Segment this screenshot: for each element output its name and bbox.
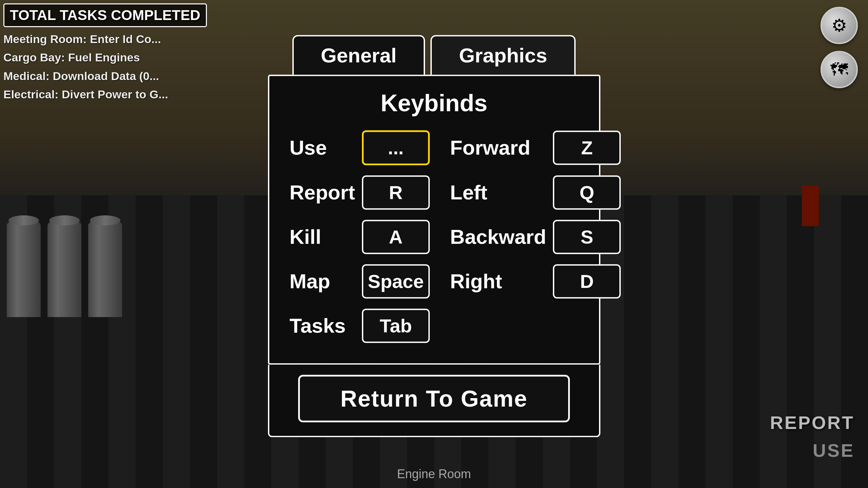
keybind-kill-row: Kill A <box>290 220 430 254</box>
keybind-report-row: Report R <box>290 175 430 210</box>
return-to-game-button[interactable]: Return To Game <box>298 375 570 422</box>
keybind-backward-button[interactable]: S <box>553 220 621 254</box>
keybind-map-row: Map Space <box>290 264 430 298</box>
keybind-use-label: Use <box>290 136 344 159</box>
modal-footer: Return To Game <box>268 365 600 437</box>
keybind-left-row: Left Q <box>450 175 621 210</box>
keybinds-title: Keybinds <box>290 90 579 117</box>
keybind-right-label: Right <box>450 270 504 293</box>
task-item-2: Cargo Bay: Fuel Engines <box>3 48 207 66</box>
use-button[interactable]: USE <box>813 440 854 461</box>
keybind-right-row: Right D <box>450 264 621 298</box>
keybind-tasks-button[interactable]: Tab <box>362 309 430 343</box>
keybind-left-button[interactable]: Q <box>553 175 621 210</box>
keybind-map-label: Map <box>290 270 344 293</box>
keybind-use-row: Use ... <box>290 130 430 165</box>
task-item-3: Medical: Download Data (0... <box>3 67 207 85</box>
keybind-map-button[interactable]: Space <box>362 264 430 298</box>
keybind-report-label: Report <box>290 181 355 204</box>
map-button[interactable]: 🗺 <box>821 51 858 88</box>
report-button[interactable]: REPORT <box>770 412 854 433</box>
keybind-forward-row: Forward Z <box>450 130 621 165</box>
gear-icon: ⚙ <box>831 15 847 36</box>
task-panel-header: TOTAL TASKS COMPLETED <box>3 3 207 27</box>
task-panel: TOTAL TASKS COMPLETED Meeting Room: Ente… <box>3 3 207 104</box>
bottom-right-ui: REPORT USE <box>770 412 854 461</box>
map-icon: 🗺 <box>830 59 848 80</box>
task-item-1: Meeting Room: Enter Id Co... <box>3 30 207 48</box>
task-list: Meeting Room: Enter Id Co... Cargo Bay: … <box>3 30 207 104</box>
keybind-forward-label: Forward <box>450 136 531 159</box>
tab-graphics[interactable]: Graphics <box>430 35 576 75</box>
keybind-kill-button[interactable]: A <box>362 220 430 254</box>
keybind-report-button[interactable]: R <box>362 175 430 210</box>
settings-button[interactable]: ⚙ <box>821 7 858 44</box>
modal-tabs: General Graphics <box>268 35 600 75</box>
keybind-tasks-row: Tasks Tab <box>290 309 430 343</box>
keybind-kill-label: Kill <box>290 225 344 249</box>
task-item-4: Electrical: Divert Power to G... <box>3 85 207 103</box>
keybind-backward-label: Backward <box>450 225 546 249</box>
keybinds-grid: Use ... Forward Z Report R Left Q Kill A <box>290 130 579 343</box>
engine-room-label: Engine Room <box>397 467 471 481</box>
modal-body: Keybinds Use ... Forward Z Report R Left… <box>268 75 600 365</box>
keybind-forward-button[interactable]: Z <box>553 131 621 165</box>
keybind-use-button[interactable]: ... <box>362 130 430 165</box>
settings-modal: General Graphics Keybinds Use ... Forwar… <box>268 35 600 437</box>
keybind-left-label: Left <box>450 181 504 204</box>
top-right-icons: ⚙ 🗺 <box>821 7 858 88</box>
keybind-right-button[interactable]: D <box>553 264 621 298</box>
keybind-backward-row: Backward S <box>450 220 621 254</box>
keybind-tasks-label: Tasks <box>290 314 346 337</box>
tab-general[interactable]: General <box>292 35 425 75</box>
